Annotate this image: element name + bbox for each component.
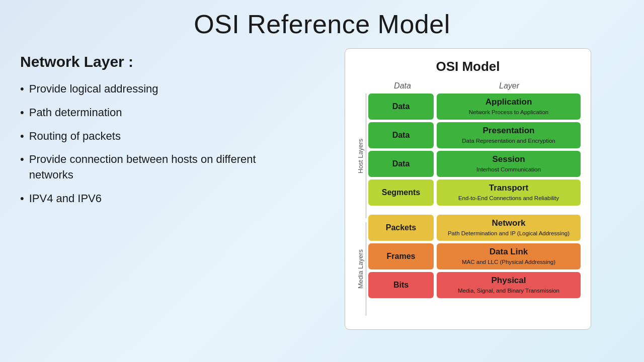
layer-cell-5: Data LinkMAC and LLC (Physical Addressin… xyxy=(437,243,581,269)
data-cell-5: Frames xyxy=(368,243,434,269)
layer-name-2: Session xyxy=(492,154,525,164)
layer-name-6: Physical xyxy=(492,276,526,286)
osi-diagram: OSI Model Data Layer Host Layers Media L… xyxy=(345,48,591,330)
layer-desc-4: Path Determination and IP (Logical Addre… xyxy=(448,230,570,237)
slide-title: OSI Reference Model xyxy=(194,9,450,39)
layer-row-2: DataSessionInterhost Communication xyxy=(368,151,581,177)
host-layers-label: Host Layers xyxy=(355,94,366,218)
layer-desc-2: Interhost Communication xyxy=(476,166,541,173)
layer-desc-0: Network Process to Application xyxy=(469,109,549,116)
header-data: Data xyxy=(367,81,438,90)
right-panel: OSI Model Data Layer Host Layers Media L… xyxy=(312,48,624,330)
data-cell-6: Bits xyxy=(368,272,434,298)
layer-row-4: PacketsNetworkPath Determination and IP … xyxy=(368,215,581,241)
layer-cell-4: NetworkPath Determination and IP (Logica… xyxy=(437,215,581,241)
layer-cell-3: TransportEnd-to-End Connections and Reli… xyxy=(437,179,581,206)
layer-desc-3: End-to-End Connections and Reliability xyxy=(458,195,559,202)
side-labels: Host Layers Media Layers xyxy=(355,94,366,316)
layers-container: DataApplicationNetwork Process to Applic… xyxy=(368,94,581,316)
layer-name-5: Data Link xyxy=(490,247,528,257)
osi-title: OSI Model xyxy=(355,59,581,74)
osi-table: Data Layer Host Layers Media Layers Data… xyxy=(355,81,581,316)
layer-cell-6: PhysicalMedia, Signal, and Binary Transm… xyxy=(437,272,581,298)
bullet-item-3: Provide connection between hosts on diff… xyxy=(20,152,297,183)
left-panel: Network Layer : Provide logical addressi… xyxy=(20,48,297,215)
data-cell-4: Packets xyxy=(368,215,434,241)
layer-name-3: Transport xyxy=(489,183,528,193)
layer-cell-1: PresentationData Representation and Encr… xyxy=(437,122,581,148)
bullet-item-4: IPV4 and IPV6 xyxy=(20,191,297,207)
section-title: Network Layer : xyxy=(20,53,297,70)
bullet-list: Provide logical addressingPath determina… xyxy=(20,81,297,207)
layer-name-4: Network xyxy=(492,218,525,228)
layer-desc-6: Media, Signal, and Binary Transmission xyxy=(458,287,559,295)
data-cell-1: Data xyxy=(368,122,434,148)
media-layers-label: Media Layers xyxy=(355,222,366,316)
layer-desc-5: MAC and LLC (Physical Addressing) xyxy=(462,258,555,266)
data-cell-0: Data xyxy=(368,94,434,120)
bullet-item-2: Routing of packets xyxy=(20,129,297,144)
data-cell-2: Data xyxy=(368,151,434,177)
layer-row-3: SegmentsTransportEnd-to-End Connections … xyxy=(368,179,581,206)
bullet-item-1: Path determination xyxy=(20,105,297,121)
layer-cell-2: SessionInterhost Communication xyxy=(437,151,581,177)
header-layer: Layer xyxy=(438,81,581,90)
layer-desc-1: Data Representation and Encryption xyxy=(462,137,555,145)
layer-name-0: Application xyxy=(486,97,532,107)
osi-body: Host Layers Media Layers DataApplication… xyxy=(355,94,581,316)
layer-row-6: BitsPhysicalMedia, Signal, and Binary Tr… xyxy=(368,272,581,298)
layer-cell-0: ApplicationNetwork Process to Applicatio… xyxy=(437,94,581,120)
data-cell-3: Segments xyxy=(368,179,434,206)
bullet-item-0: Provide logical addressing xyxy=(20,81,297,97)
layer-name-1: Presentation xyxy=(483,126,535,136)
layer-row-5: FramesData LinkMAC and LLC (Physical Add… xyxy=(368,243,581,269)
layer-row-1: DataPresentationData Representation and … xyxy=(368,122,581,148)
layer-row-0: DataApplicationNetwork Process to Applic… xyxy=(368,94,581,120)
osi-header: Data Layer xyxy=(355,81,581,90)
